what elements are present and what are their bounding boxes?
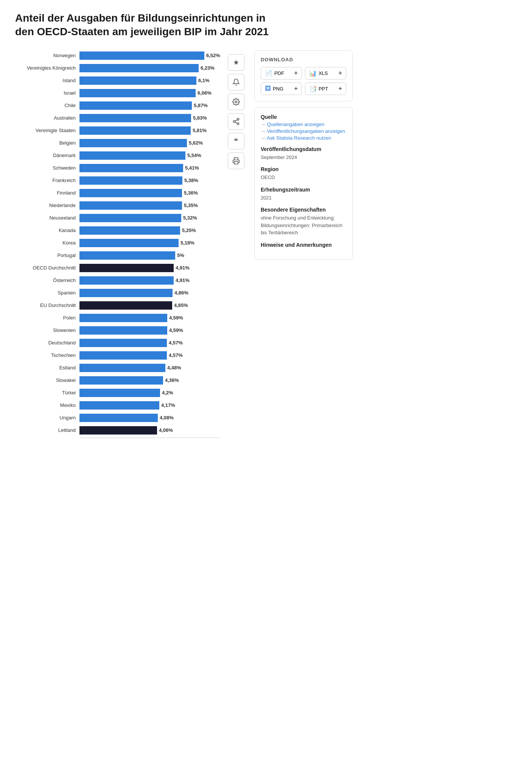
toolbar: ★ ❝ <box>228 50 247 169</box>
bar-container: 4,59% <box>79 314 220 322</box>
source-link-2[interactable]: Veröffentlichungsangaben anzeigen <box>261 128 346 134</box>
bar <box>79 164 183 172</box>
country-label: Israel <box>15 90 79 96</box>
settings-button[interactable] <box>228 93 244 110</box>
chart-row: Belgien 5,62% <box>15 138 220 148</box>
special-properties-value: ohne Forschung und Entwicklung; Bildungs… <box>261 214 346 237</box>
chart-row: Vereinigte Staaten 5,81% <box>15 125 220 136</box>
country-label: Dänemark <box>15 153 79 158</box>
country-label: Chile <box>15 103 79 108</box>
bar <box>79 114 191 122</box>
bar <box>79 214 181 222</box>
ppt-icon: 📑 <box>309 85 317 92</box>
chart-row: Türkei 4,2% <box>15 388 220 398</box>
bar-value-label: 5,41% <box>185 165 199 171</box>
png-icon: 🖼 <box>265 85 271 92</box>
xls-plus-icon: + <box>339 70 342 76</box>
chart-row: Estland 4,48% <box>15 363 220 373</box>
bar-value-label: 5,62% <box>189 140 203 146</box>
bar-container: 4,48% <box>79 364 220 372</box>
xls-icon: 📊 <box>309 70 317 77</box>
bar-value-label: 5,35% <box>184 202 198 208</box>
bar <box>79 314 167 322</box>
chart-row: Niederlande 5,35% <box>15 200 220 211</box>
svg-rect-6 <box>234 161 238 164</box>
bar-container: 5% <box>79 251 220 260</box>
country-label: Schweden <box>15 165 79 171</box>
svg-line-4 <box>235 122 237 123</box>
source-link-1[interactable]: Quellenangaben anzeigen <box>261 121 346 127</box>
special-properties-label: Besondere Eigenschaften <box>261 207 346 213</box>
bar-container: 4,06% <box>79 426 220 435</box>
download-ppt-button[interactable]: 📑 PPT + <box>305 83 346 95</box>
favorite-button[interactable]: ★ <box>228 54 244 71</box>
notes-block: Hinweise und Anmerkungen <box>261 242 346 248</box>
chart-row: Chile 5,87% <box>15 100 220 111</box>
download-title: DOWNLOAD <box>261 57 346 62</box>
bar <box>79 251 175 260</box>
bar-value-label: 4,86% <box>174 290 188 296</box>
country-label: Türkei <box>15 390 79 396</box>
bar <box>79 301 172 310</box>
bar <box>79 189 182 197</box>
bar-value-label: 5,54% <box>187 153 201 158</box>
share-button[interactable] <box>228 113 244 130</box>
download-xls-button[interactable]: 📊 XLS + <box>305 67 346 79</box>
print-button[interactable] <box>228 153 244 169</box>
quote-button[interactable]: ❝ <box>228 133 244 150</box>
info-section: Quelle Quellenangaben anzeigen Veröffent… <box>254 107 353 260</box>
country-label: Portugal <box>15 252 79 258</box>
bar-value-label: 4,2% <box>162 390 173 396</box>
country-label: Kanada <box>15 227 79 233</box>
download-pdf-button[interactable]: 📄 PDF + <box>261 67 302 79</box>
bar-container: 4,2% <box>79 389 220 397</box>
bar-container: 5,25% <box>79 226 220 235</box>
country-label: Polen <box>15 315 79 321</box>
ppt-label: PPT <box>319 86 328 92</box>
survey-period-block: Erhebungszeitraum 2021 <box>261 187 346 202</box>
chart-row: EU Durchschnitt 4,85% <box>15 300 220 311</box>
bar-value-label: 5% <box>177 252 184 258</box>
country-label: Niederlande <box>15 202 79 208</box>
bar <box>79 201 182 210</box>
source-link-3[interactable]: Ask Statista Research nutzen <box>261 135 346 141</box>
country-label: Slowakei <box>15 377 79 383</box>
notification-button[interactable] <box>228 74 244 90</box>
country-label: Australien <box>15 115 79 121</box>
bar <box>79 51 204 60</box>
bar-container: 4,85% <box>79 301 220 310</box>
bar-value-label: 5,87% <box>194 103 208 108</box>
sidebar: DOWNLOAD 📄 PDF + 📊 XLS + <box>254 50 353 260</box>
download-grid: 📄 PDF + 📊 XLS + 🖼 <box>261 67 346 95</box>
bar-container: 4,57% <box>79 339 220 347</box>
bar <box>79 426 157 435</box>
chart-row: Deutschland 4,57% <box>15 338 220 348</box>
download-png-button[interactable]: 🖼 PNG + <box>261 83 302 95</box>
chart-row: Tschechien 4,57% <box>15 350 220 361</box>
bar-value-label: 4,57% <box>169 340 183 346</box>
bar-value-label: 4,59% <box>169 327 183 333</box>
pdf-label: PDF <box>274 70 284 76</box>
bar-container: 5,81% <box>79 126 220 135</box>
bar <box>79 64 199 72</box>
bar <box>79 176 182 185</box>
chart-row: Portugal 5% <box>15 250 220 261</box>
chart-row: Norwegen 6,52% <box>15 50 220 61</box>
bar-value-label: 5,18% <box>180 240 194 246</box>
country-label: OECD Durchschnitt <box>15 265 79 271</box>
pdf-plus-icon: + <box>294 70 298 76</box>
bar-container: 4,91% <box>79 264 220 272</box>
bar-container: 4,17% <box>79 401 220 410</box>
source-label: Quelle <box>261 114 346 120</box>
country-label: Finnland <box>15 190 79 196</box>
bar-container: 5,36% <box>79 189 220 197</box>
png-plus-icon: + <box>294 85 298 92</box>
bar <box>79 76 196 85</box>
country-label: Mexiko <box>15 402 79 408</box>
bar-value-label: 4,91% <box>176 277 190 283</box>
chart-row: Mexiko 4,17% <box>15 400 220 411</box>
country-label: Tschechien <box>15 352 79 358</box>
bar-container: 4,59% <box>79 326 220 335</box>
bar-container: 5,38% <box>79 176 220 185</box>
bar <box>79 389 160 397</box>
